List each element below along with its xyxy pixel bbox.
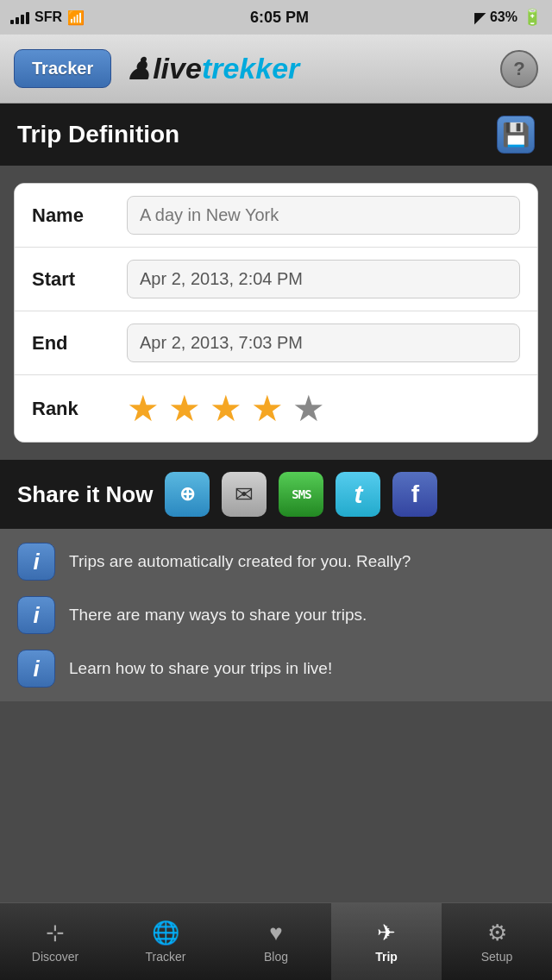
info-item-1: i Trips are automatically created for yo… bbox=[17, 543, 535, 581]
signal-bars bbox=[10, 10, 29, 24]
share-map-button[interactable]: ⊕ bbox=[165, 472, 210, 517]
info-item-3: i Learn how to share your trips in live! bbox=[17, 650, 535, 688]
share-twitter-button[interactable]: t bbox=[336, 472, 380, 517]
tab-discover[interactable]: ⊹ Discover bbox=[0, 903, 110, 980]
share-title: Share it Now bbox=[17, 481, 153, 508]
tab-bar: ⊹ Discover 🌐 Tracker ♥ Blog ✈ Trip ⚙ Set… bbox=[0, 902, 552, 980]
stars-container: ★ ★ ★ ★ ★ bbox=[127, 387, 325, 430]
start-input[interactable] bbox=[127, 260, 520, 298]
logo-icon: ♟ bbox=[125, 52, 151, 86]
share-section: Share it Now ⊕ ✉ SMS t f bbox=[0, 460, 552, 529]
discover-icon: ⊹ bbox=[46, 920, 65, 946]
map-icon: ⊕ bbox=[179, 483, 195, 506]
discover-label: Discover bbox=[32, 950, 78, 964]
logo-trekker: trekker bbox=[202, 52, 299, 85]
star-1[interactable]: ★ bbox=[127, 387, 160, 430]
tab-trip[interactable]: ✈ Trip bbox=[331, 903, 442, 980]
battery-icon: 🔋 bbox=[523, 8, 542, 27]
tracker-label: Tracker bbox=[146, 950, 186, 964]
name-label: Name bbox=[32, 204, 127, 227]
name-input[interactable] bbox=[127, 196, 520, 235]
start-label: Start bbox=[32, 268, 127, 291]
logo-live: live bbox=[153, 52, 202, 85]
mail-icon: ✉ bbox=[235, 481, 254, 508]
location-icon: ◤ bbox=[474, 9, 485, 26]
name-row: Name bbox=[15, 184, 537, 248]
status-left: SFR 📶 bbox=[10, 9, 85, 26]
tab-blog[interactable]: ♥ Blog bbox=[221, 903, 331, 980]
rank-label: Rank bbox=[32, 398, 127, 420]
setup-icon: ⚙ bbox=[487, 920, 507, 946]
twitter-icon: t bbox=[354, 480, 362, 509]
help-button[interactable]: ? bbox=[500, 50, 538, 88]
rank-row: Rank ★ ★ ★ ★ ★ bbox=[15, 375, 537, 442]
info-text-3: Learn how to share your trips in live! bbox=[69, 659, 332, 678]
info-icon-2: i bbox=[17, 596, 55, 634]
start-row: Start bbox=[15, 248, 537, 311]
trip-label: Trip bbox=[375, 950, 398, 964]
carrier-label: SFR bbox=[34, 9, 62, 25]
sms-icon: SMS bbox=[292, 487, 310, 501]
share-mail-button[interactable]: ✉ bbox=[222, 472, 267, 517]
status-time: 6:05 PM bbox=[250, 9, 309, 27]
end-row: End bbox=[15, 311, 537, 375]
battery-percent: 63% bbox=[490, 9, 518, 25]
share-facebook-button[interactable]: f bbox=[392, 472, 437, 517]
status-right: ◤ 63% 🔋 bbox=[474, 8, 542, 27]
tracker-button[interactable]: Tracker bbox=[14, 49, 111, 88]
star-5[interactable]: ★ bbox=[292, 387, 325, 430]
app-header: Tracker ♟ live trekker ? bbox=[0, 35, 552, 104]
save-button[interactable]: 💾 bbox=[497, 116, 535, 154]
tracker-icon: 🌐 bbox=[152, 920, 179, 946]
end-input[interactable] bbox=[127, 324, 520, 362]
tab-setup[interactable]: ⚙ Setup bbox=[442, 903, 552, 980]
trip-definition-header: Trip Definition 💾 bbox=[0, 104, 552, 166]
end-label: End bbox=[32, 332, 127, 355]
info-section: i Trips are automatically created for yo… bbox=[0, 529, 552, 701]
blog-icon: ♥ bbox=[269, 920, 282, 946]
app-logo: ♟ live trekker bbox=[125, 52, 486, 86]
status-bar: SFR 📶 6:05 PM ◤ 63% 🔋 bbox=[0, 0, 552, 35]
facebook-icon: f bbox=[411, 481, 419, 508]
star-2[interactable]: ★ bbox=[168, 387, 201, 430]
setup-label: Setup bbox=[481, 950, 513, 964]
blog-label: Blog bbox=[264, 950, 288, 964]
share-sms-button[interactable]: SMS bbox=[279, 472, 323, 517]
star-3[interactable]: ★ bbox=[210, 387, 242, 430]
info-icon-1: i bbox=[17, 543, 55, 581]
info-icon-3: i bbox=[17, 650, 55, 688]
wifi-icon: 📶 bbox=[67, 9, 85, 26]
trip-definition-title: Trip Definition bbox=[17, 121, 179, 148]
info-text-1: Trips are automatically created for you.… bbox=[69, 552, 411, 571]
info-text-2: There are many ways to share your trips. bbox=[69, 606, 367, 625]
star-4[interactable]: ★ bbox=[251, 387, 284, 430]
trip-form-card: Name Start End Rank ★ ★ ★ ★ ★ bbox=[14, 183, 538, 443]
trip-icon: ✈ bbox=[377, 920, 396, 946]
tab-tracker[interactable]: 🌐 Tracker bbox=[110, 903, 221, 980]
info-item-2: i There are many ways to share your trip… bbox=[17, 596, 535, 634]
